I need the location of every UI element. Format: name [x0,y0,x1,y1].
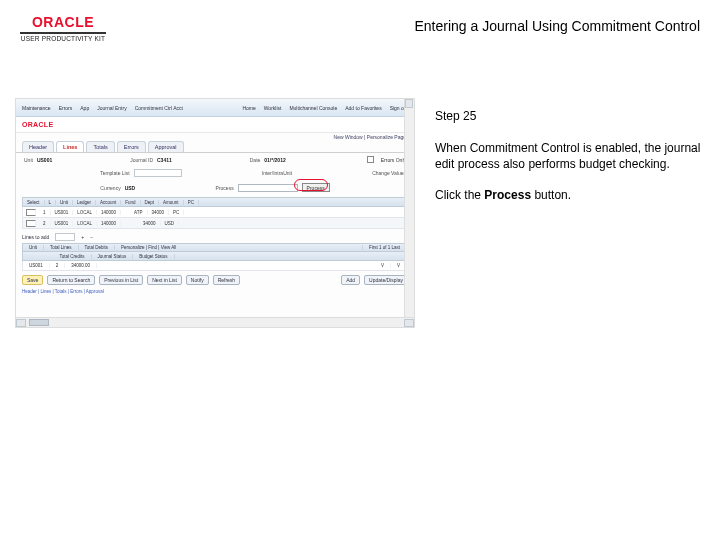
tb-item[interactable]: App [80,105,89,111]
cell: 140000 [97,210,121,215]
brand-block: ORACLE USER PRODUCTIVITY KIT [20,14,106,42]
form-row-3: Currency USD Process Process [16,180,414,195]
lines-to-add: Lines to add + − [22,233,408,241]
brand-sub: USER PRODUCTIVITY KIT [21,35,105,42]
instruction-text-1: When Commitment Control is enabled, the … [435,140,705,172]
cell: PC [169,210,184,215]
cell: 2 [39,221,51,226]
errors-only-checkbox[interactable] [367,156,374,163]
search-input[interactable] [134,169,182,177]
tabstrip: Header Lines Totals Errors Approval [16,140,414,153]
tab-totals[interactable]: Totals [86,141,114,152]
brand-oracle: ORACLE [32,14,94,30]
errors-only-label: Errors Only [381,157,406,163]
grid-row[interactable]: 1 US001 LOCAL 140000 ATP 34000 PC [22,207,408,218]
plus-icon[interactable]: + [81,234,84,240]
footer-links[interactable]: Header | Lines | Totals | Errors | Appro… [22,289,408,294]
th-jstat: Journal Status [92,254,134,259]
gh-amount: Amount [159,200,184,205]
scrollbar-vertical[interactable] [404,99,414,317]
minus-icon[interactable]: − [90,234,93,240]
tab-approval[interactable]: Approval [148,141,184,152]
cell: ATP [130,210,147,215]
p2a: Click the [435,188,484,202]
tb-item[interactable]: Worklist [264,105,282,111]
lta-label: Lines to add [22,234,49,240]
cell: 1 [39,210,51,215]
tmpl-label: Template List [100,170,129,176]
row-checkbox[interactable] [26,220,36,227]
process-select[interactable] [238,184,298,192]
tr-unit: US001 [23,263,50,268]
cell: USD [161,221,180,226]
doc-title: Entering a Journal Using Commitment Cont… [414,18,700,34]
instruction-text-2: Click the Process button. [435,187,705,203]
gh-pc: PC [184,200,199,205]
currency-value: USD [125,185,136,191]
lta-input[interactable] [55,233,75,241]
totals-row: US001 2 34000.00 V V [22,261,408,271]
add-button[interactable]: Add [341,275,360,285]
tb-item[interactable]: Home [242,105,255,111]
scroll-up-icon[interactable] [405,99,413,108]
grid-header: Select L Unit Ledger Account Fund Dept A… [22,197,408,207]
jid-label: Journal ID [130,157,153,163]
grid-row[interactable]: 2 US001 LOCAL 140000 34000 USD [22,218,408,229]
tb-item[interactable]: Add to Favorites [345,105,381,111]
breadcrumb[interactable]: New Window | Personalize Page [16,133,414,140]
th-debits: Total Debits [79,245,116,250]
step-label: Step 25 [435,108,705,124]
inter-intra-label[interactable]: Inter/IntraUnit [262,170,292,176]
scrollbar-horizontal[interactable] [16,317,414,327]
save-button[interactable]: Save [22,275,43,285]
tb-item[interactable]: Journal Entry [97,105,126,111]
tb-item[interactable]: Commitment Ctrl Acct [135,105,183,111]
app-logo-row: ORACLE [16,117,414,133]
totals-header-2: x x Total Credits Journal Status Budget … [22,252,408,261]
th-nav[interactable]: First 1 of 1 Last [363,245,407,250]
th-find[interactable]: Personalize | Find | View All [115,245,363,250]
return-button[interactable]: Return to Search [47,275,95,285]
row-checkbox[interactable] [26,209,36,216]
tb-item[interactable]: Errors [59,105,73,111]
instruction-panel: Step 25 When Commitment Control is enabl… [435,98,705,525]
tb-item[interactable]: Multichannel Console [289,105,337,111]
notify-button[interactable]: Notify [186,275,209,285]
gh-account: Account [96,200,121,205]
cell: LOCAL [73,221,97,226]
cell: 34000 [148,210,170,215]
process-label: Process [216,185,234,191]
tr-jstat[interactable]: V [375,263,391,268]
cell: 140000 [97,221,121,226]
prev-button[interactable]: Previous in List [99,275,143,285]
totals-header: Unit Total Lines Total Debits Personaliz… [22,243,408,252]
scroll-right-icon[interactable] [404,319,414,327]
th-lines: Total Lines [44,245,79,250]
th-bstat: Budget Status [133,254,174,259]
tab-lines[interactable]: Lines [56,141,84,152]
tr-deb: 34000.00 [65,263,97,268]
form-row-1: Unit US001 Journal ID C3411 Date 01/*/20… [16,153,414,166]
brand-divider [20,32,106,34]
screenshot-panel: Maintenance Errors App Journal Entry Com… [15,98,415,328]
tb-item[interactable]: Maintenance [22,105,51,111]
update-button[interactable]: Update/Display [364,275,408,285]
jid-value: C3411 [157,157,172,163]
process-bold: Process [484,188,531,202]
action-buttons: Save Return to Search Previous in List N… [22,275,408,285]
unit-label: Unit [24,157,33,163]
gh-unit: Unit [56,200,73,205]
form-row-2: Template List Inter/IntraUnit Change Val… [16,166,414,180]
change-values-label[interactable]: Change Values [372,170,406,176]
next-button[interactable]: Next in List [147,275,182,285]
scroll-left-icon[interactable] [16,319,26,327]
gh-dept: Dept [141,200,160,205]
cell: US001 [51,210,74,215]
th-unit: Unit [23,245,44,250]
app-oracle-logo: ORACLE [22,121,53,128]
tab-errors[interactable]: Errors [117,141,146,152]
refresh-button[interactable]: Refresh [213,275,241,285]
tab-header[interactable]: Header [22,141,54,152]
scroll-thumb[interactable] [29,319,49,326]
gh-fund: Fund [121,200,140,205]
